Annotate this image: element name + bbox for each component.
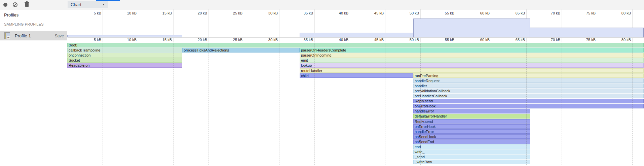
flame-bar-label: preHandlerCallback: [414, 94, 643, 98]
ruler-mid-tick-label-70kb: 70 kB: [539, 37, 560, 42]
flame-bar-root[interactable]: (root): [67, 43, 644, 47]
ruler-top-tick-label-30kb: 30 kB: [257, 11, 278, 16]
ruler-mid-tick-label-55kb: 55 kB: [433, 37, 454, 42]
ruler-top-tick-label-75kb: 75 kB: [575, 11, 596, 16]
flame-bar-onsendhook[interactable]: onSendHook: [413, 134, 530, 139]
flame-bar-label: onSendEnd: [414, 140, 530, 144]
flame-bar-readable-on[interactable]: Readable.on: [67, 63, 182, 68]
sampling-profiles-section-label: SAMPLING PROFILES: [4, 22, 44, 26]
ruler-mid-tick-label-30kb: 30 kB: [257, 37, 278, 42]
chart-view-select[interactable]: Chart ▼: [68, 1, 108, 8]
flame-bar-label: Reply.send: [414, 99, 643, 103]
flame-bar-label: routeHandler: [300, 69, 643, 73]
flame-bar-parseronheaderscomplete[interactable]: parserOnHeadersComplete: [300, 48, 644, 53]
flame-bar-socket[interactable]: Socket: [67, 58, 182, 63]
flame-bar-onsendend[interactable]: onSendEnd: [413, 139, 530, 144]
ruler-top-tick-label-10kb: 10 kB: [116, 11, 137, 16]
flame-bar-reply-send[interactable]: Reply.send: [413, 119, 530, 124]
profile-document-icon: [4, 32, 10, 39]
ruler-top-tick-label-40kb: 40 kB: [328, 11, 348, 16]
toolbar: Chart ▼: [0, 0, 644, 9]
flame-bar-label: Socket: [68, 58, 182, 62]
ruler-mid-tick-label-15kb: 15 kB: [151, 37, 172, 42]
flame-bar-label: _writeRaw: [414, 160, 530, 164]
flame-bar-parseronincoming[interactable]: parserOnIncoming: [300, 53, 644, 58]
flame-bar-label: (root): [68, 43, 643, 47]
flame-bar-label: parserOnHeadersComplete: [300, 48, 643, 52]
flame-bar-label: processTicksAndRejections: [183, 48, 299, 52]
flame-bar-write[interactable]: write_: [413, 150, 530, 154]
clear-button[interactable]: [11, 0, 19, 9]
ruler-mid-tick-label-10kb: 10 kB: [116, 37, 137, 42]
ruler-top-tick-label-5kb: 5 kB: [80, 11, 101, 16]
flame-bar-end[interactable]: end: [413, 144, 530, 149]
flame-bar-label: preValidationCallback: [414, 89, 643, 93]
profile-name: Profile 1: [15, 33, 31, 38]
flame-bar-lookup[interactable]: lookup: [300, 63, 644, 68]
flame-bar-label: end: [414, 145, 530, 149]
ruler-top-tick-label-35kb: 35 kB: [292, 11, 313, 16]
flame-bar-handleerror[interactable]: handleError: [413, 129, 530, 134]
flame-bar-runpreparsing[interactable]: runPreParsing: [413, 73, 644, 78]
ruler-top-tick-label-15kb: 15 kB: [151, 11, 172, 16]
ruler-divider-top: [68, 16, 644, 16]
flame-bar-label: handleError: [414, 130, 530, 134]
ruler-mid-tick-label-65kb: 65 kB: [504, 37, 525, 42]
overview-baseline: [68, 37, 644, 38]
flame-bar-label: handleRequest: [414, 79, 643, 83]
flame-bar-handler[interactable]: handler: [413, 84, 644, 88]
sidebar-item-profile-1[interactable]: Profile 1 Save: [0, 31, 67, 40]
flame-bar-reply-send[interactable]: Reply.send: [413, 99, 644, 103]
ruler-top-tick-label-65kb: 65 kB: [504, 11, 525, 16]
flame-bar-onconnection[interactable]: onconnection: [67, 53, 182, 58]
flame-bar-emit[interactable]: emit: [300, 58, 644, 63]
memory-profiler-panel: 5 kB5 kB10 kB10 kB15 kB15 kB20 kB20 kB25…: [0, 0, 644, 166]
toolbar-separator: [21, 2, 21, 7]
flame-bar-send[interactable]: _send: [413, 155, 530, 159]
flame-bar-label: Reply.send: [414, 120, 530, 124]
flame-bar-label: parserOnIncoming: [300, 53, 643, 57]
flame-bar-callbacktrampoline[interactable]: callbackTrampoline: [67, 48, 182, 53]
flame-gridline-20kb: [209, 43, 209, 166]
ruler-top-tick-label-80kb: 80 kB: [610, 11, 631, 16]
flame-bar-label: runPreParsing: [414, 74, 643, 78]
flame-bar-processticksandrejections[interactable]: processTicksAndRejections: [182, 48, 300, 53]
ruler-top-tick-label-50kb: 50 kB: [398, 11, 419, 16]
ruler-top-tick-label-25kb: 25 kB: [222, 11, 242, 16]
flame-bar-child[interactable]: child: [300, 73, 413, 78]
flame-bar-label: child: [300, 74, 413, 78]
flame-bar-onerrorhook[interactable]: onErrorHook: [413, 124, 530, 129]
ruler-mid-tick-label-35kb: 35 kB: [292, 37, 313, 42]
flame-bar-label: _send: [414, 155, 530, 159]
flame-bar-onerrorhook[interactable]: onErrorHook: [413, 104, 644, 108]
save-profile-link[interactable]: Save: [55, 34, 64, 38]
flame-bar-handlerequest[interactable]: handleRequest: [413, 78, 644, 83]
flame-bar-label: emit: [300, 58, 643, 62]
record-icon: [3, 3, 7, 7]
flame-bar-defaulterrorhandler[interactable]: defaultErrorHandler: [413, 114, 530, 119]
flame-bar-label: onSendHook: [414, 135, 530, 139]
clear-icon: [13, 2, 17, 7]
chart-view-select-value: Chart: [71, 2, 81, 7]
flame-bar-routehandler[interactable]: routeHandler: [300, 68, 644, 73]
flame-bar-label: onErrorHook: [414, 125, 530, 129]
flame-bar-label: defaultErrorHandler: [414, 114, 530, 118]
record-button[interactable]: [1, 0, 9, 9]
ruler-mid-tick-label-75kb: 75 kB: [575, 37, 596, 42]
flame-bar-handleerror[interactable]: handleError: [413, 109, 530, 113]
ruler-mid-tick-label-50kb: 50 kB: [398, 37, 419, 42]
flame-bar-label: lookup: [300, 63, 643, 67]
overview-timeline[interactable]: [68, 16, 644, 37]
flame-bar-label: handler: [414, 84, 643, 88]
delete-profile-button[interactable]: [23, 0, 31, 9]
ruler-top-tick-label-55kb: 55 kB: [433, 11, 454, 16]
flame-bar-prehandlercallback[interactable]: preHandlerCallback: [413, 94, 644, 98]
ruler-mid-tick-label-25kb: 25 kB: [222, 37, 242, 42]
ruler-mid-tick-label-60kb: 60 kB: [469, 37, 490, 42]
chevron-down-icon: ▼: [102, 1, 105, 8]
ruler-mid-tick-label-45kb: 45 kB: [363, 37, 384, 42]
flame-bar-prevalidationcallback[interactable]: preValidationCallback: [413, 89, 644, 93]
flame-bar-writeraw[interactable]: _writeRaw: [413, 160, 530, 164]
flame-gridline-25kb: [244, 43, 244, 166]
flame-bar-label: callbackTrampoline: [68, 48, 182, 52]
